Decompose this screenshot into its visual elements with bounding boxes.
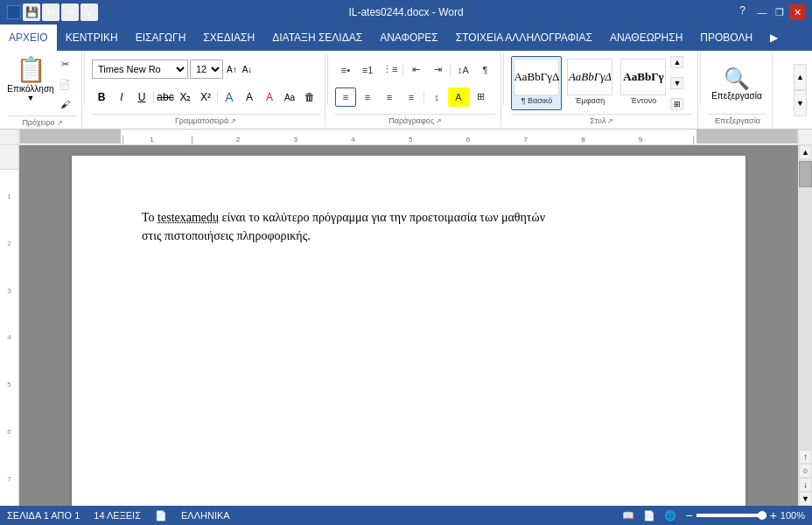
align-right-button[interactable]: ≡ — [379, 88, 400, 107]
scroll-select-button[interactable]: ○ — [799, 464, 812, 478]
style-basic[interactable]: AaBbΓγΔ ¶ Βασικό — [511, 56, 562, 110]
styles-expand-button[interactable]: ↗ — [607, 117, 613, 125]
borders-button[interactable]: ⊞ — [470, 88, 491, 107]
font-expand-button[interactable]: ↗ — [230, 117, 236, 125]
qat-dropdown-button[interactable]: ⌄ — [80, 4, 98, 21]
scroll-down-button[interactable]: ▼ — [799, 492, 812, 506]
page-indicator: ΣΕΛΙΔΑ 1 ΑΠΟ 1 — [7, 510, 80, 521]
paragraph-expand-button[interactable]: ↗ — [436, 117, 442, 125]
tab-more[interactable]: ▶ — [761, 24, 787, 51]
format-painter-button[interactable]: 🖌 — [54, 94, 75, 114]
editing-group-label: Επεξεργασία — [708, 114, 766, 125]
underline-button[interactable]: U — [132, 88, 151, 107]
sep2 — [217, 91, 218, 103]
multilevel-list-button[interactable]: ⋮≡ — [379, 60, 401, 80]
ruler-scrollbar — [798, 130, 812, 144]
text-effects-button[interactable]: A — [220, 88, 239, 107]
tab-insert[interactable]: ΕΙΣΑΓΩΓΗ — [127, 24, 195, 51]
superscript-button[interactable]: X² — [196, 88, 215, 107]
read-mode-icon[interactable]: 📖 — [620, 508, 636, 523]
web-layout-icon[interactable]: 🌐 — [662, 508, 678, 523]
quick-access-toolbar: 💾 ↩ ↪ ⌄ — [7, 4, 98, 21]
decrease-font-button[interactable]: A↓ — [241, 63, 255, 76]
increase-font-button[interactable]: A↑ — [225, 63, 239, 76]
align-left-button[interactable]: ≡ — [335, 88, 356, 107]
italic-button[interactable]: I — [112, 88, 131, 107]
shading-button[interactable]: A — [448, 88, 469, 107]
tab-view[interactable]: ΠΡΟΒΟΛΗ — [691, 24, 761, 51]
strikethrough-button[interactable]: abc — [156, 88, 175, 107]
paste-button[interactable]: 📋 Επικόλληση ▼ — [9, 54, 52, 103]
clipboard-expand-button[interactable]: ↗ — [57, 119, 63, 127]
maximize-button[interactable]: ❐ — [772, 4, 788, 20]
tab-file[interactable]: ΑΡΧΕΙΟ — [0, 24, 57, 51]
styles-more[interactable]: ⊞ — [670, 98, 683, 110]
justify-button[interactable]: ≡ — [401, 88, 422, 107]
window-controls: ? — ❐ ✕ — [739, 4, 805, 20]
increase-indent-button[interactable]: ⇥ — [427, 60, 448, 80]
numbering-button[interactable]: ≡1 — [357, 60, 378, 80]
align-center-button[interactable]: ≡ — [357, 88, 378, 107]
vertical-ruler: 1234567 — [0, 145, 19, 506]
undo-button[interactable]: ↩ — [42, 4, 60, 21]
close-button[interactable]: ✕ — [789, 4, 805, 20]
change-case-button[interactable]: Aa — [280, 88, 299, 107]
style-emphasis[interactable]: AaBbΓγΔ Έμφαση — [564, 56, 615, 110]
sort-button[interactable]: ↕A — [452, 60, 473, 80]
redo-button[interactable]: ↪ — [61, 4, 79, 21]
tab-review[interactable]: ΑΝΑΘΕΩΡΗΣΗ — [601, 24, 691, 51]
help-button[interactable]: ? — [739, 4, 746, 20]
show-marks-button[interactable]: ¶ — [474, 60, 495, 80]
scroll-next-page-button[interactable]: ↓ — [799, 478, 812, 492]
zoom-slider-track[interactable] — [696, 514, 766, 517]
styles-scroll-up[interactable]: ▲ — [670, 56, 683, 68]
zoom-plus-button[interactable]: + — [770, 508, 777, 522]
font-selector-row: Times New Ro 12 A↑ A↓ — [92, 60, 319, 79]
scroll-up-button[interactable]: ▲ — [799, 145, 812, 159]
tab-references[interactable]: ΑΝΑΦΟΡΕΣ — [371, 24, 447, 51]
bold-button[interactable]: B — [92, 88, 111, 107]
tab-layout[interactable]: ΔΙΑΤΑΞΗ ΣΕΛΙΔΑΣ — [263, 24, 371, 51]
bullets-button[interactable]: ≡• — [335, 60, 356, 80]
save-button[interactable]: 💾 — [23, 4, 40, 21]
ribbon-scroll-down[interactable]: ▼ — [794, 90, 807, 116]
style-basic-preview: AaBbΓγΔ — [514, 59, 559, 95]
subscript-button[interactable]: X₂ — [176, 88, 195, 107]
zoom-slider-thumb[interactable] — [758, 511, 766, 520]
cut-button[interactable]: ✂ — [54, 54, 75, 74]
editing-button[interactable]: 🔍 Επεξεργασία — [708, 57, 765, 109]
clear-formatting-button[interactable]: 🗑 — [300, 88, 319, 107]
document-area: 1234567 Το testexamedu είναι το καλύτερο… — [0, 145, 812, 506]
zoom-level: 100% — [780, 510, 805, 521]
decrease-indent-button[interactable]: ⇤ — [405, 60, 426, 80]
sep2 — [450, 64, 451, 76]
styles-scroll-down[interactable]: ▼ — [670, 77, 683, 89]
title-bar: 💾 ↩ ↪ ⌄ IL-ates0244.docx - Word ? — ❐ ✕ — [0, 0, 812, 24]
editing-group: 🔍 Επεξεργασία Επεξεργασία — [703, 52, 773, 127]
tab-mailings[interactable]: ΣΤΟΙΧΕΙΑ ΑΛΛΗΛΟΓΡΑΦΙΑΣ — [447, 24, 601, 51]
word-count: 14 ΛΕΞΕΙΣ — [94, 510, 141, 521]
copy-button[interactable]: 📄 — [54, 74, 75, 94]
clipboard-group: 📋 Επικόλληση ▼ ✂ 📄 🖌 Πρόχειρο ↗ — [4, 52, 82, 127]
scroll-track[interactable] — [799, 159, 812, 450]
style-bold[interactable]: AaBbΓγ Έντονο — [618, 56, 668, 110]
ribbon-scroll-up[interactable]: ▲ — [794, 64, 807, 90]
vertical-scrollbar: ▲ ↑ ○ ↓ ▼ — [798, 145, 812, 506]
document-scroll-area[interactable]: Το testexamedu είναι το καλύτερο πρόγραμ… — [19, 145, 798, 506]
line-spacing-button[interactable]: ↕ — [426, 88, 447, 107]
font-format-row: B I U abc X₂ X² A A A Aa 🗑 — [92, 88, 319, 107]
font-size-select[interactable]: 12 — [190, 60, 223, 79]
font-color-button[interactable]: A — [260, 88, 279, 107]
text-highlight-button[interactable]: A — [240, 88, 259, 107]
font-name-select[interactable]: Times New Ro — [92, 60, 188, 79]
minimize-button[interactable]: — — [754, 4, 770, 20]
tab-home[interactable]: ΚΕΝΤΡΙΚΗ — [57, 24, 127, 51]
document-content: Το testexamedu είναι το καλύτερο πρόγραμ… — [142, 208, 676, 245]
content-line2: στις πιστοποιήσεις πληροφορικής. — [142, 229, 311, 242]
print-layout-icon[interactable]: 📄 — [641, 508, 657, 523]
separator4 — [700, 52, 701, 105]
tab-design[interactable]: ΣΧΕΔΙΑΣΗ — [194, 24, 263, 51]
scroll-thumb[interactable] — [799, 161, 812, 187]
scroll-prev-page-button[interactable]: ↑ — [799, 450, 812, 464]
zoom-minus-button[interactable]: − — [685, 508, 692, 522]
